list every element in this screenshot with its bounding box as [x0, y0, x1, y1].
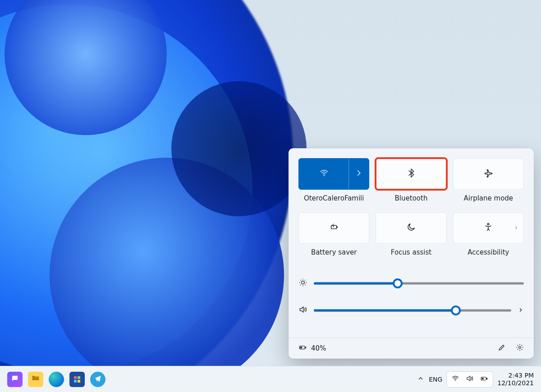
svg-point-1 — [333, 224, 334, 225]
brightness-icon — [298, 278, 307, 289]
battery-percent-label: 40% — [311, 344, 326, 352]
brightness-row — [298, 273, 524, 293]
volume-icon — [298, 305, 307, 316]
svg-point-8 — [455, 380, 456, 381]
svg-point-2 — [487, 223, 489, 225]
volume-slider[interactable] — [314, 305, 511, 316]
volume-row — [298, 301, 524, 320]
store-icon — [74, 376, 80, 383]
svg-point-0 — [323, 175, 324, 176]
svg-rect-10 — [487, 378, 488, 379]
airplane-icon — [483, 168, 493, 180]
clock-time: 2:43 PM — [497, 372, 534, 379]
sliders-section — [298, 273, 524, 335]
bluetooth-tile[interactable] — [376, 158, 446, 190]
wifi-icon — [319, 168, 329, 180]
svg-point-7 — [519, 346, 521, 349]
quick-settings-panel: OteroCaleroFamili Bluetooth Airplane mod… — [289, 148, 534, 359]
focus-assist-tile[interactable] — [376, 212, 446, 244]
svg-rect-6 — [300, 347, 302, 349]
svg-rect-5 — [305, 347, 306, 348]
accessibility-expand-button[interactable] — [513, 224, 519, 232]
chevron-right-icon — [518, 306, 524, 315]
accessibility-tile-label: Accessibility — [453, 248, 524, 256]
gear-icon — [516, 345, 524, 353]
clock-date: 12/10/2021 — [497, 379, 534, 387]
taskbar-app-explorer[interactable] — [28, 372, 43, 387]
accessibility-tile[interactable] — [453, 212, 524, 244]
telegram-icon — [94, 374, 102, 385]
chat-icon — [11, 374, 19, 385]
wifi-expand-button[interactable] — [348, 159, 369, 189]
pencil-icon — [498, 345, 506, 353]
wifi-tile[interactable] — [298, 158, 369, 190]
volume-output-button[interactable] — [518, 306, 524, 315]
taskbar-app-chat[interactable] — [7, 372, 23, 387]
airplane-mode-tile-label: Airplane mode — [453, 194, 524, 202]
bluetooth-icon — [406, 168, 416, 180]
svg-rect-11 — [482, 378, 484, 379]
battery-saver-tile[interactable] — [298, 212, 369, 244]
svg-point-3 — [302, 281, 305, 284]
quick-settings-tiles: OteroCaleroFamili Bluetooth Airplane mod… — [298, 158, 524, 263]
battery-saver-icon — [329, 222, 339, 234]
taskbar-clock[interactable]: 2:43 PM 12/10/2021 — [497, 372, 534, 386]
airplane-mode-tile[interactable] — [453, 158, 524, 190]
accessibility-icon — [483, 222, 493, 234]
system-tray-status[interactable] — [447, 372, 493, 387]
edit-quick-settings-button[interactable] — [498, 343, 506, 353]
wifi-tile-label: OteroCaleroFamili — [298, 194, 369, 202]
focus-assist-tile-label: Focus assist — [376, 248, 446, 256]
chevron-up-icon — [417, 375, 424, 384]
folder-icon — [31, 374, 40, 385]
tray-overflow-button[interactable] — [417, 375, 424, 384]
taskbar-app-edge[interactable] — [49, 372, 64, 387]
volume-icon — [466, 374, 474, 384]
taskbar: ENG 2:43 PM 12/10/2021 — [0, 366, 541, 392]
taskbar-app-telegram[interactable] — [90, 372, 105, 387]
chevron-right-icon — [354, 168, 364, 180]
settings-button[interactable] — [516, 343, 524, 353]
taskbar-app-store[interactable] — [69, 372, 85, 387]
chevron-right-icon — [513, 224, 519, 232]
moon-icon — [406, 222, 416, 234]
language-indicator[interactable]: ENG — [429, 376, 442, 383]
brightness-slider[interactable] — [314, 278, 524, 289]
bluetooth-tile-label: Bluetooth — [376, 194, 446, 202]
battery-saver-tile-label: Battery saver — [298, 248, 369, 256]
quick-settings-footer: 40% — [289, 337, 534, 359]
battery-icon — [298, 343, 307, 353]
battery-icon — [480, 374, 488, 384]
wifi-icon — [451, 374, 459, 384]
taskbar-pinned-apps — [7, 372, 105, 387]
battery-status[interactable]: 40% — [298, 343, 326, 353]
